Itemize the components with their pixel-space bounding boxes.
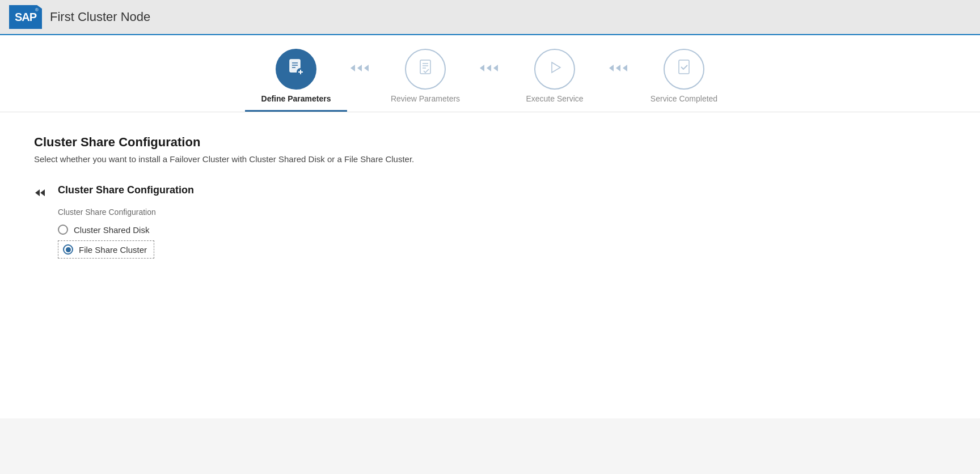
service-completed-icon bbox=[674, 57, 694, 82]
svg-rect-13 bbox=[679, 60, 689, 74]
step-circle-execute-service bbox=[534, 49, 575, 90]
subsection-expand-arrow[interactable] bbox=[34, 187, 47, 202]
step-label-define-parameters: Define Parameters bbox=[245, 94, 347, 112]
section-desc: Select whether you want to install a Fai… bbox=[34, 154, 946, 164]
step-label-service-completed: Service Completed bbox=[633, 94, 735, 112]
page-title: First Cluster Node bbox=[50, 10, 150, 24]
svg-marker-12 bbox=[552, 62, 560, 73]
radio-option-file-share-cluster[interactable]: File Share Cluster bbox=[58, 240, 154, 259]
section-title: Cluster Share Configuration bbox=[34, 135, 946, 150]
radio-label-file-share-cluster: File Share Cluster bbox=[79, 245, 147, 255]
wizard-step-execute-service[interactable]: Execute Service bbox=[504, 49, 606, 112]
wizard-arrow-1 bbox=[349, 61, 372, 75]
subsection-body: Cluster Share Configuration Cluster Shar… bbox=[58, 184, 946, 259]
sap-logo-text: SAP bbox=[15, 11, 36, 24]
define-parameters-icon bbox=[286, 57, 306, 82]
app-header: SAP ® First Cluster Node bbox=[0, 0, 980, 35]
radio-btn-cluster-shared-disk[interactable] bbox=[58, 225, 68, 235]
svg-rect-8 bbox=[420, 60, 430, 74]
radio-label-cluster-shared-disk: Cluster Shared Disk bbox=[74, 225, 149, 235]
subsection-title: Cluster Share Configuration bbox=[58, 184, 946, 196]
wizard-bar: Define Parameters bbox=[0, 35, 980, 112]
sap-logo: SAP ® bbox=[9, 5, 42, 29]
radio-btn-file-share-cluster[interactable] bbox=[63, 244, 73, 255]
wizard-steps: Define Parameters bbox=[245, 49, 735, 112]
radio-group-cluster-share: Cluster Shared Disk File Share Cluster bbox=[58, 225, 946, 259]
execute-service-icon bbox=[544, 57, 565, 82]
wizard-arrow-2 bbox=[479, 61, 501, 75]
step-label-execute-service: Execute Service bbox=[504, 94, 606, 112]
radio-option-cluster-shared-disk[interactable]: Cluster Shared Disk bbox=[58, 225, 946, 235]
wizard-step-service-completed[interactable]: Service Completed bbox=[633, 49, 735, 112]
step-circle-review-parameters bbox=[405, 49, 446, 90]
wizard-arrow-3 bbox=[608, 61, 631, 75]
wizard-step-review-parameters[interactable]: Review Parameters bbox=[374, 49, 476, 112]
main-content: Cluster Share Configuration Select wheth… bbox=[0, 112, 980, 418]
subsection-cluster-share: Cluster Share Configuration Cluster Shar… bbox=[34, 184, 946, 259]
wizard-step-define-parameters[interactable]: Define Parameters bbox=[245, 49, 347, 112]
step-label-review-parameters: Review Parameters bbox=[374, 94, 476, 112]
review-parameters-icon bbox=[415, 57, 436, 82]
step-circle-define-parameters bbox=[276, 49, 316, 90]
field-label: Cluster Share Configuration bbox=[58, 208, 946, 217]
step-circle-service-completed bbox=[664, 49, 704, 90]
